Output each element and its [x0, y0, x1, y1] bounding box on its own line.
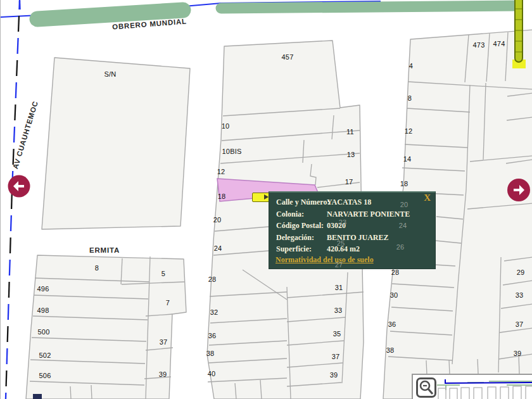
parcel-label: 38: [206, 350, 215, 357]
parcel-label: 40: [208, 370, 216, 377]
street-median: [221, 6, 517, 8]
pan-left-button[interactable]: [6, 174, 32, 199]
normatividad-link[interactable]: Normatividad del uso de suelo: [276, 255, 374, 265]
arrow-left-icon: [6, 174, 32, 199]
parcel-label: 36: [208, 332, 217, 339]
parcel-label: 5: [162, 270, 165, 277]
parcel-label: 38: [386, 346, 395, 354]
marker-arrow-icon: [264, 194, 269, 200]
parcel-label: 32: [210, 308, 218, 316]
parcel-label: 30: [390, 291, 398, 299]
parcel-label: 24: [214, 244, 222, 252]
dark-parcel-fragment: [33, 394, 42, 399]
arrow-right-icon: [506, 177, 531, 203]
tooltip-row: Delegación:BENITO JUAREZ: [269, 233, 435, 245]
overview-inset[interactable]: [412, 374, 532, 399]
parcel-label: S/N: [104, 70, 117, 78]
parcel-label: 37: [332, 353, 340, 360]
tooltip-row: Superficie:420.64 m2: [269, 244, 435, 256]
parcel-label: 20: [400, 201, 408, 208]
parcel-label: 457: [282, 53, 294, 61]
parcel-label: 8: [95, 264, 99, 272]
tooltip-field-label: Calle y Número:: [276, 198, 329, 207]
tooltip-row: Calle y Número:YACATAS 18: [269, 198, 435, 210]
parcel-label: 36: [388, 320, 396, 328]
selected-parcel-marker: [252, 193, 270, 202]
parcel-label: 27: [335, 261, 343, 269]
parcel-label: 35: [333, 330, 341, 338]
parcel-label: 25: [337, 239, 345, 247]
parcel-label: 37: [516, 320, 524, 328]
map-viewport[interactable]: S/N4571010BIS121820242832363840111317313…: [0, 0, 532, 399]
parcel-label: 11: [346, 128, 354, 136]
parcel-label: 23: [339, 218, 347, 226]
tooltip-field-label: Código Postal:: [276, 221, 324, 231]
parcel-label: 12: [405, 127, 413, 135]
parcel-label: 500: [38, 328, 50, 336]
parcel-label: 18: [400, 180, 408, 187]
parcel-label: 39: [330, 371, 338, 379]
parcel-label: 39: [514, 350, 522, 357]
parcel-label: 39: [159, 370, 167, 378]
parcel-label: 12: [217, 168, 225, 175]
tooltip-field-label: Colonia:: [276, 210, 304, 219]
parcel-label: 502: [39, 352, 51, 359]
parcel-label: 14: [403, 155, 412, 163]
parcel-label: 26: [396, 243, 405, 251]
parcel-label: 10: [222, 122, 230, 130]
parcel-label: 473: [473, 41, 485, 49]
parcel-label: 506: [39, 372, 51, 379]
parcel-label: 18: [218, 193, 226, 200]
tooltip-field-value: BENITO JUAREZ: [327, 233, 388, 243]
tooltip-row: Código Postal:03020: [269, 221, 435, 233]
close-icon[interactable]: X: [424, 193, 431, 203]
parcel-label: 496: [37, 285, 49, 293]
parcel-label: 7: [166, 299, 170, 307]
tooltip-row: Colonia:NARVARTE PONIENTE: [269, 210, 435, 222]
tooltip-field-label: Superficie:: [276, 244, 312, 254]
zoom-out-button[interactable]: [416, 377, 436, 398]
parcel-label: 24: [399, 222, 407, 229]
tooltip-field-value: YACATAS 18: [327, 198, 371, 207]
avenue-centerline: [6, 0, 20, 399]
parcel-label: 4: [409, 62, 413, 70]
parcel-label: 31: [335, 284, 343, 291]
street-label: ERMITA: [89, 246, 120, 254]
parcel-label: 10BIS: [222, 148, 242, 155]
parcel-label: 37: [160, 338, 168, 346]
tooltip-field-label: Delegación:: [276, 233, 314, 243]
parcel-label: 8: [408, 94, 412, 102]
street-median: [37, 10, 183, 19]
parcel-label: 17: [345, 178, 353, 186]
block-sn[interactable]: [42, 58, 190, 229]
parcel-label: 13: [347, 151, 355, 158]
parcel-label: 33: [334, 307, 343, 314]
parcel-label: 474: [493, 40, 505, 48]
parcel-label: 33: [516, 291, 524, 299]
magnifier-minus-icon: [418, 379, 434, 396]
parcel-label: 20: [213, 216, 222, 224]
parcel-label: 28: [208, 276, 217, 283]
parcel-label: 498: [37, 307, 49, 314]
parcel-label: 28: [391, 269, 400, 276]
parcel-label: 29: [517, 269, 525, 276]
parcel-info-tooltip: Calle y Número:YACATAS 18Colonia:NARVART…: [269, 191, 436, 269]
tooltip-field-value: NARVARTE PONIENTE: [327, 210, 410, 219]
pan-right-button[interactable]: [506, 177, 531, 203]
